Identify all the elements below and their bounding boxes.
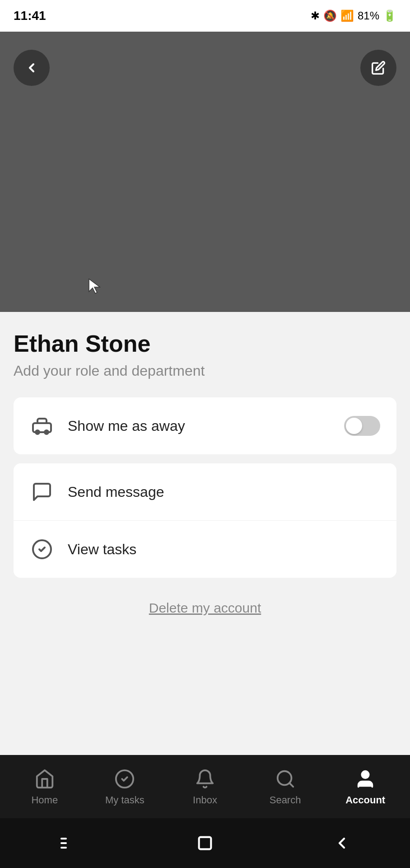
nav-label-my-tasks: My tasks <box>105 794 144 806</box>
nav-item-my-tasks[interactable]: My tasks <box>85 763 165 811</box>
status-time: 11:41 <box>14 9 46 23</box>
nav-item-inbox[interactable]: Inbox <box>165 763 245 811</box>
profile-role: Add your role and department <box>14 363 396 379</box>
delete-account-button[interactable]: Delete my account <box>149 600 261 615</box>
view-tasks-label: View tasks <box>68 541 380 558</box>
system-home-button[interactable] <box>178 827 232 859</box>
my-tasks-icon <box>113 767 136 791</box>
view-tasks-item[interactable]: View tasks <box>14 521 396 578</box>
away-card: Show me as away <box>14 397 396 454</box>
show-away-label: Show me as away <box>68 418 331 434</box>
nav-item-search[interactable]: Search <box>245 763 326 811</box>
send-message-label: Send message <box>68 484 380 500</box>
battery-indicator: 81% <box>358 9 379 22</box>
system-back-button[interactable] <box>315 827 369 859</box>
nav-label-home: Home <box>31 794 58 806</box>
nav-item-home[interactable]: Home <box>5 763 85 811</box>
status-icons: ✱ 🔕 📶 81% 🔋 <box>311 9 396 22</box>
bottom-nav: Home My tasks Inbox Search <box>0 755 410 818</box>
svg-rect-11 <box>199 837 211 849</box>
away-toggle[interactable] <box>344 416 380 436</box>
delete-account-container[interactable]: Delete my account <box>14 587 396 625</box>
actions-card: Send message View tasks <box>14 463 396 578</box>
message-icon <box>30 480 54 504</box>
system-menu-button[interactable] <box>41 827 95 859</box>
status-bar: 11:41 ✱ 🔕 📶 81% 🔋 <box>0 0 410 32</box>
account-icon <box>354 767 377 791</box>
system-nav <box>0 818 410 868</box>
show-away-item[interactable]: Show me as away <box>14 397 396 454</box>
mute-icon: 🔕 <box>323 9 337 22</box>
profile-content: Ethan Stone Add your role and department… <box>0 312 410 769</box>
edit-button[interactable] <box>360 50 396 86</box>
home-icon <box>33 767 56 791</box>
send-message-item[interactable]: Send message <box>14 463 396 521</box>
inbox-icon <box>193 767 217 791</box>
nav-item-account[interactable]: Account <box>325 763 405 811</box>
nav-label-account: Account <box>345 794 385 806</box>
profile-name: Ethan Stone <box>14 330 396 357</box>
wifi-icon: 📶 <box>340 9 354 22</box>
svg-line-6 <box>289 783 293 787</box>
back-button[interactable] <box>14 50 50 86</box>
tasks-icon <box>30 537 54 561</box>
cover-photo <box>0 32 410 312</box>
nav-label-inbox: Inbox <box>193 794 217 806</box>
svg-point-7 <box>362 771 369 778</box>
away-icon <box>30 414 54 438</box>
battery-icon: 🔋 <box>383 9 396 22</box>
search-icon <box>274 767 297 791</box>
nav-label-search: Search <box>270 794 301 806</box>
toggle-knob <box>346 418 362 434</box>
bluetooth-icon: ✱ <box>311 9 320 22</box>
